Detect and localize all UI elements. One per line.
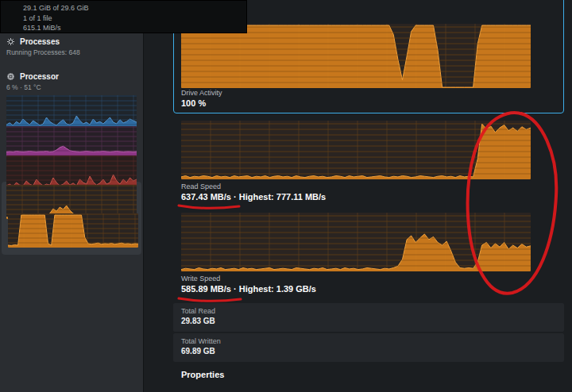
sidebar-item-label: Processor xyxy=(20,72,59,81)
processor-icon xyxy=(6,72,15,81)
sidebar-item-subtitle: Running Processes: 648 xyxy=(6,48,143,57)
sidebar-item-processes[interactable]: Processes Running Processes: 648 xyxy=(0,37,143,57)
sensors-sidebar: Processes Running Processes: 648 Process… xyxy=(0,0,144,392)
processes-icon xyxy=(6,37,15,46)
system-monitor-window: Processes Running Processes: 648 Process… xyxy=(0,0,572,392)
tooltip-line-speed: 615.1 MiB/s xyxy=(23,23,246,33)
total-read-label: Total Read xyxy=(181,307,564,315)
total-read-row: Total Read 29.83 GB xyxy=(173,303,564,332)
properties-header: Properties xyxy=(181,370,224,379)
total-written-value: 69.89 GB xyxy=(181,347,564,355)
total-written-label: Total Written xyxy=(181,337,564,345)
drive-activity-label: Drive Activity xyxy=(181,89,222,97)
sensor-detail-pane: Drive Activity 100 % Read Speed 637.43 M… xyxy=(144,0,572,392)
tooltip-line-size: 29.1 GiB of 29.6 GiB xyxy=(23,3,246,13)
tooltip-line-files: 1 of 1 file xyxy=(23,13,246,24)
read-speed-value: 637.43 MB/s · Highest: 777.11 MB/s xyxy=(181,192,326,202)
400gb-drive-mini-graph xyxy=(8,213,138,248)
total-read-value: 29.83 GB xyxy=(181,317,564,325)
write-speed-chart[interactable] xyxy=(181,213,531,271)
read-speed-label: Read Speed xyxy=(181,183,221,190)
drive-activity-chart[interactable] xyxy=(181,24,531,88)
sidebar-item-label: Processes xyxy=(20,37,60,46)
drive-activity-value: 100 % xyxy=(181,98,206,108)
total-written-row: Total Written 69.89 GB xyxy=(173,333,564,362)
write-speed-value: 585.89 MB/s · Highest: 1.39 GB/s xyxy=(181,284,316,294)
write-speed-label: Write Speed xyxy=(181,275,220,282)
sidebar-item-processor[interactable]: Processor 6 % · 51 °C xyxy=(0,71,143,92)
transfer-tooltip: 29.1 GiB of 29.6 GiB 1 of 1 file 615.1 M… xyxy=(0,0,247,33)
read-speed-chart[interactable] xyxy=(181,121,531,179)
processor-mini-graph xyxy=(6,95,137,129)
sidebar-item-subtitle: 6 % · 51 °C xyxy=(6,83,143,92)
